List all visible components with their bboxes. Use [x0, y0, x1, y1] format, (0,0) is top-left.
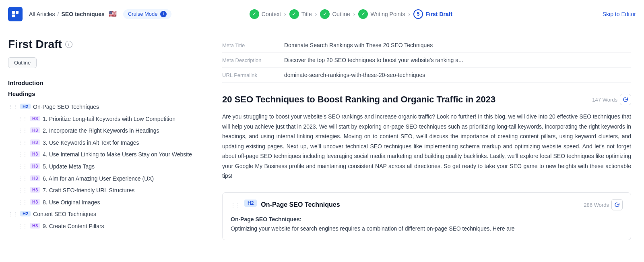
drag-handle-icon[interactable]: ⋮⋮: [8, 103, 18, 110]
drag-handle-icon[interactable]: ⋮⋮: [8, 210, 18, 217]
list-item[interactable]: ⋮⋮ H3 7. Craft SEO-friendly URL Structur…: [8, 185, 201, 197]
list-item[interactable]: ⋮⋮ H3 6. Aim for an Amazing User Experie…: [8, 173, 201, 185]
content-area: Meta Title Dominate Search Rankings with…: [209, 28, 644, 262]
section-body-text: Optimizing your website for search engin…: [231, 225, 515, 232]
article-body: Are you struggling to boost your website…: [222, 112, 631, 181]
svg-rect-2: [12, 15, 15, 17]
tag-h3: H3: [30, 151, 40, 157]
breadcrumb-current: SEO techniques: [61, 11, 104, 17]
sidebar: First Draft i Outline Introduction Headi…: [0, 28, 209, 262]
drag-handle-icon[interactable]: ⋮⋮: [18, 115, 27, 122]
item-text: 9. Create Content Pillars: [43, 222, 104, 231]
breadcrumb-all[interactable]: All Articles: [29, 11, 55, 17]
step-label-context: Context: [262, 11, 281, 17]
cruise-mode-button[interactable]: Cruise Mode i: [123, 9, 171, 19]
step-first-draft[interactable]: 5 First Draft: [413, 9, 452, 19]
stepper: ✓ Context › ✓ Title › ✓ Outline › ✓ Writ…: [250, 9, 452, 19]
refresh-button[interactable]: [620, 94, 631, 105]
drag-handle-icon[interactable]: ⋮⋮: [18, 163, 27, 169]
url-value: dominate-search-rankings-with-these-20-s…: [284, 72, 425, 78]
meta-desc-label: Meta Description: [222, 57, 275, 63]
step-arrow-2: ›: [315, 11, 317, 17]
step-title[interactable]: ✓ Title: [289, 9, 312, 19]
list-item[interactable]: ⋮⋮ H3 1. Prioritize Long-tail Keywords w…: [8, 113, 201, 125]
step-arrow-1: ›: [284, 11, 286, 17]
tag-h3: H3: [30, 223, 40, 229]
item-text: 7. Craft SEO-friendly URL Structures: [43, 187, 134, 195]
step-label-title: Title: [301, 11, 312, 17]
step-check-title: ✓: [289, 9, 299, 19]
url-label: URL Permalink: [222, 72, 275, 78]
tag-h3: H3: [30, 199, 40, 205]
cruise-mode-info-icon: i: [160, 11, 167, 17]
step-arrow-4: ›: [409, 11, 411, 17]
word-count-value: 147 Words: [592, 97, 617, 103]
step-check-outline: ✓: [320, 9, 330, 19]
url-permalink-row: URL Permalink dominate-search-rankings-w…: [222, 68, 631, 83]
tag-h2: H2: [20, 211, 31, 216]
drag-handle-icon[interactable]: ⋮⋮: [18, 151, 27, 157]
meta-desc-value: Discover the top 20 SEO techniques to bo…: [284, 57, 463, 63]
drag-handle-icon[interactable]: ⋮⋮: [18, 199, 27, 205]
section-word-count: 286 Words: [584, 199, 623, 210]
tag-h2: H2: [20, 104, 31, 109]
headings-label: Headings: [8, 90, 201, 97]
tag-h3: H3: [30, 139, 40, 145]
step-outline[interactable]: ✓ Outline: [320, 9, 350, 19]
step-context[interactable]: ✓ Context: [250, 9, 281, 19]
tag-h3: H3: [30, 187, 40, 193]
flag-icon: 🇺🇸: [109, 10, 117, 18]
item-text: 5. Update Meta Tags: [43, 163, 95, 171]
svg-rect-0: [12, 11, 15, 14]
word-count-badge: 147 Words: [592, 94, 631, 105]
outline-button[interactable]: Outline: [8, 57, 37, 68]
meta-title-row: Meta Title Dominate Search Rankings with…: [222, 38, 631, 53]
step-check-context: ✓: [250, 9, 259, 19]
breadcrumb: All Articles / SEO techniques 🇺🇸: [29, 10, 117, 18]
item-text: 4. Use Internal Linking to Make Users St…: [43, 151, 192, 159]
item-text: 8. Use Original Images: [43, 199, 100, 207]
meta-title-label: Meta Title: [222, 42, 275, 48]
tag-h3: H3: [30, 127, 40, 133]
logo: [8, 7, 23, 21]
outline-list: ⋮⋮ H2 On-Page SEO Techniques ⋮⋮ H3 1. Pr…: [8, 101, 201, 233]
step-arrow-3: ›: [353, 11, 355, 17]
drag-handle-icon[interactable]: ⋮⋮: [18, 139, 27, 146]
section-header-title: On-Page SEO Techniques: [261, 201, 340, 208]
meta-title-value: Dominate Search Rankings with These 20 S…: [284, 42, 433, 48]
section-block: ⋮⋮ H2 On-Page SEO Techniques 286 Words O…: [222, 192, 631, 240]
meta-table: Meta Title Dominate Search Rankings with…: [222, 38, 631, 83]
section-body-heading: On-Page SEO Techniques:: [231, 216, 301, 222]
list-item[interactable]: ⋮⋮ H3 2. Incorporate the Right Keywords …: [8, 125, 201, 137]
step-label-outline: Outline: [332, 11, 350, 17]
drag-handle-icon[interactable]: ⋮⋮: [18, 127, 27, 133]
section-body: On-Page SEO Techniques: Optimizing your …: [231, 215, 623, 233]
list-item[interactable]: ⋮⋮ H3 8. Use Original Images: [8, 197, 201, 209]
list-item[interactable]: ⋮⋮ H3 5. Update Meta Tags: [8, 161, 201, 173]
drag-handle-icon[interactable]: ⋮⋮: [18, 222, 27, 229]
list-item[interactable]: ⋮⋮ H2 On-Page SEO Techniques: [8, 101, 201, 113]
section-drag-handle-icon[interactable]: ⋮⋮: [231, 202, 240, 208]
tag-h3: H3: [30, 163, 40, 169]
sidebar-title-info-icon[interactable]: i: [65, 41, 72, 48]
list-item[interactable]: ⋮⋮ H3 4. Use Internal Linking to Make Us…: [8, 149, 201, 161]
list-item[interactable]: ⋮⋮ H2 Content SEO Techniques: [8, 208, 201, 220]
drag-handle-icon[interactable]: ⋮⋮: [18, 175, 27, 181]
step-check-writing-points: ✓: [358, 9, 368, 19]
list-item[interactable]: ⋮⋮ H3 3. Use Keywords in Alt Text for Im…: [8, 137, 201, 149]
section-h2-tag: H2: [244, 200, 257, 207]
tag-h3: H3: [30, 175, 40, 181]
svg-rect-1: [16, 11, 19, 14]
item-text: 3. Use Keywords in Alt Text for Images: [43, 139, 139, 147]
tag-h3: H3: [30, 116, 40, 121]
drag-handle-icon[interactable]: ⋮⋮: [18, 187, 27, 193]
section-refresh-button[interactable]: [611, 199, 623, 210]
item-text: On-Page SEO Techniques: [33, 103, 99, 111]
list-item[interactable]: ⋮⋮ H3 9. Create Content Pillars: [8, 220, 201, 233]
step-writing-points[interactable]: ✓ Writing Points: [358, 9, 405, 19]
item-text: 2. Incorporate the Right Keywords in Hea…: [43, 127, 159, 135]
skip-to-editor-link[interactable]: Skip to Editor: [603, 11, 636, 17]
article-title: 20 SEO Techniques to Boost Ranking and O…: [222, 94, 592, 105]
section-word-count-value: 286 Words: [584, 202, 609, 208]
article-title-row: 20 SEO Techniques to Boost Ranking and O…: [222, 94, 631, 105]
